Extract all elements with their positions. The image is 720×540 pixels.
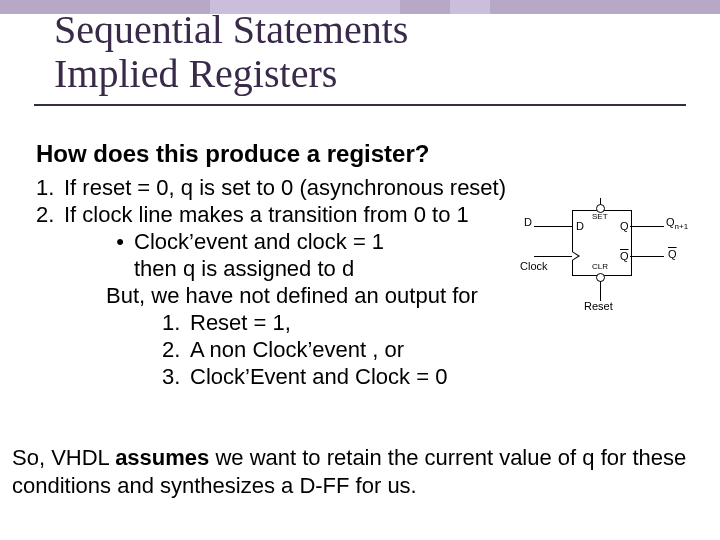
item-1: 1.If reset = 0, q is set to 0 (asynchron… — [36, 174, 686, 201]
sub-2-number: 2. — [162, 336, 190, 363]
label-clr: CLR — [592, 262, 608, 271]
wire-qbar — [630, 256, 664, 257]
label-qbar-ext: Q — [668, 248, 677, 260]
sub-3-text: Clock’Event and Clock = 0 — [190, 364, 447, 389]
sub-2: 2.A non Clock’event , or — [36, 336, 686, 363]
bullet-mark: • — [106, 228, 134, 255]
sub-3: 3.Clock’Event and Clock = 0 — [36, 363, 686, 390]
label-reset: Reset — [584, 300, 613, 312]
conclusion-part-a: So, VHDL — [12, 445, 115, 470]
sub-3-number: 3. — [162, 363, 190, 390]
label-d-ext: D — [524, 216, 532, 228]
label-qnext: Qn+1 — [666, 216, 688, 231]
label-qbar-int: Q — [620, 250, 629, 262]
title-underline — [34, 104, 686, 106]
wire-clr — [600, 281, 601, 301]
sub-1-text: Reset = 1, — [190, 310, 291, 335]
conclusion: So, VHDL assumes we want to retain the c… — [12, 444, 708, 500]
label-d-int: D — [576, 220, 584, 232]
wire-d — [534, 226, 572, 227]
sub-1-number: 1. — [162, 309, 190, 336]
wire-clock — [534, 256, 572, 257]
slide-title: Sequential Statements Implied Registers — [54, 8, 408, 96]
item-1-text: If reset = 0, q is set to 0 (asynchronou… — [64, 175, 506, 200]
label-clock: Clock — [520, 260, 548, 272]
title-line-1: Sequential Statements — [54, 8, 408, 52]
title-line-2: Implied Registers — [54, 52, 408, 96]
label-set: SET — [592, 212, 608, 221]
sub-2-text: A non Clock’event , or — [190, 337, 404, 362]
dff-diagram: D D Clock SET CLR Reset Q Qn+1 Q Q — [524, 198, 704, 318]
item-2-number: 2. — [36, 201, 64, 228]
item-2-text: If clock line makes a transition from 0 … — [64, 202, 469, 227]
section-question: How does this produce a register? — [36, 140, 429, 168]
label-q-int: Q — [620, 220, 629, 232]
bullet-text: Clock’event and clock = 1 — [134, 229, 384, 254]
wire-q — [630, 226, 664, 227]
conclusion-bold: assumes — [115, 445, 209, 470]
clock-edge-icon — [572, 251, 580, 261]
item-1-number: 1. — [36, 174, 64, 201]
